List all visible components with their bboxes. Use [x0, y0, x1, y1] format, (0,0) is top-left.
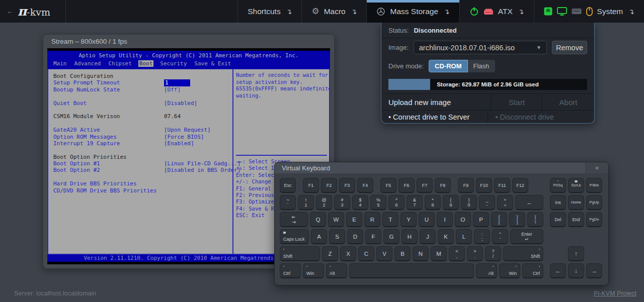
nav-item-macro[interactable]: ⚙ Macro ↴ [301, 0, 366, 23]
key-1[interactable]: !1 [298, 195, 314, 210]
key-alt-right[interactable]: Alt [476, 263, 497, 278]
key-d[interactable]: D [347, 229, 363, 244]
key-pause-break[interactable]: P/Brk [586, 178, 602, 193]
key-delete[interactable]: Del [550, 212, 566, 227]
key-p[interactable]: P [473, 212, 489, 227]
logo[interactable]: ← π -kvm [0, 0, 66, 23]
key-g[interactable]: G [383, 229, 399, 244]
key-n[interactable]: N [413, 246, 429, 261]
key-comma[interactable]: <, [449, 246, 465, 261]
key-insert[interactable]: Ins [550, 195, 566, 210]
key-backquote[interactable]: ~` [280, 195, 296, 210]
key-3[interactable]: #3 [334, 195, 350, 210]
key-f7[interactable]: F7 [417, 178, 433, 193]
mode-cdrom-button[interactable]: CD-ROM [429, 60, 467, 72]
key-arrow-up[interactable]: ↑ [568, 246, 584, 261]
remove-button[interactable]: Remove [552, 41, 587, 54]
start-button[interactable]: Start [491, 94, 542, 110]
connect-drive-button[interactable]: • Connect drive to Server [381, 111, 488, 123]
key-6[interactable]: ^6 [388, 195, 405, 210]
key-z[interactable]: Z [322, 246, 338, 261]
disconnect-drive-button[interactable]: • Disconnect drive [488, 111, 594, 123]
key-scroll-lock[interactable]: ScrLk [568, 178, 584, 193]
key-space[interactable] [349, 263, 474, 278]
key-caps-lock[interactable]: Caps Lock [280, 229, 309, 244]
key-l[interactable]: L [456, 229, 472, 244]
nav-item-system[interactable]: System ↴ [534, 0, 644, 23]
key-shift-right[interactable]: Shift [503, 246, 543, 261]
key-f8[interactable]: F8 [435, 178, 451, 193]
key-f4[interactable]: F4 [357, 178, 373, 193]
key-e[interactable]: E [346, 212, 362, 227]
key-ctrl-left[interactable]: Ctrl [280, 263, 301, 278]
key-7[interactable]: &7 [407, 195, 423, 210]
key-equal[interactable]: += [497, 195, 513, 210]
close-icon[interactable]: × [585, 162, 608, 173]
nav-item-shortcuts[interactable]: Shortcuts ↴ [237, 0, 301, 23]
key-s[interactable]: S [329, 229, 345, 244]
key-shift-left[interactable]: Shift [280, 246, 320, 261]
key-f[interactable]: F [365, 229, 381, 244]
key-arrow-left[interactable]: ← [550, 263, 566, 278]
key-x[interactable]: X [340, 246, 356, 261]
key-r[interactable]: R [364, 212, 380, 227]
key-m[interactable]: M [431, 246, 447, 261]
image-select[interactable]: archlinux-2018.07.01-i686.iso ▼ [414, 41, 547, 54]
key-page-down[interactable]: PgDn [586, 212, 602, 227]
key-minus[interactable]: _- [479, 195, 495, 210]
key-c[interactable]: C [358, 246, 374, 261]
key-f3[interactable]: F3 [339, 178, 355, 193]
key-f6[interactable]: F6 [398, 178, 415, 193]
key-f2[interactable]: F2 [321, 178, 337, 193]
key-tab[interactable]: ⇤⇥ [280, 212, 308, 227]
key-backslash[interactable]: |\ [527, 212, 543, 227]
key-4[interactable]: $4 [352, 195, 368, 210]
key-5[interactable]: %5 [370, 195, 386, 210]
key-end[interactable]: End [568, 212, 584, 227]
key-o[interactable]: O [455, 212, 471, 227]
key-bracket-left[interactable]: {[ [491, 212, 507, 227]
key-ctrl-right[interactable]: Ctrl [522, 263, 543, 278]
key-print-screen[interactable]: Pt/Sq [550, 178, 566, 193]
key-b[interactable]: B [394, 246, 411, 261]
key-j[interactable]: J [420, 229, 436, 244]
key-a[interactable]: A [311, 229, 327, 244]
key-bracket-right[interactable]: }] [509, 212, 525, 227]
key-f5[interactable]: F5 [380, 178, 396, 193]
key-quote[interactable]: "' [492, 229, 508, 244]
key-8[interactable]: *8 [425, 195, 441, 210]
key-t[interactable]: T [382, 212, 398, 227]
key-win-left[interactable]: Win [303, 263, 324, 278]
key-w[interactable]: W [328, 212, 344, 227]
key-slash[interactable]: ?/ [485, 246, 501, 261]
nav-item-atx[interactable]: ATX ↴ [459, 0, 534, 23]
key-k[interactable]: K [438, 229, 454, 244]
abort-button[interactable]: Abort [542, 94, 594, 110]
key-f11[interactable]: F11 [494, 178, 510, 193]
back-arrow-icon[interactable]: ← [7, 8, 13, 15]
key-esc[interactable]: Esc [280, 178, 296, 193]
key-alt-left[interactable]: Alt [326, 263, 347, 278]
key-v[interactable]: V [376, 246, 392, 261]
key-f10[interactable]: F10 [476, 178, 492, 193]
nav-item-mass-storage[interactable]: Mass Storage ↴ [366, 0, 459, 23]
key-u[interactable]: U [419, 212, 435, 227]
key-2[interactable]: @2 [316, 195, 332, 210]
key-win-right[interactable]: Win [499, 263, 520, 278]
key-y[interactable]: Y [400, 212, 417, 227]
key-9[interactable]: (9 [443, 195, 459, 210]
key-home[interactable]: Home [568, 195, 584, 210]
key-arrow-down[interactable]: ↓ [568, 263, 584, 278]
key-h[interactable]: H [401, 229, 418, 244]
mode-flash-button[interactable]: Flash [468, 60, 496, 72]
key-f9[interactable]: F9 [458, 178, 474, 193]
key-0[interactable]: )0 [461, 195, 477, 210]
virtual-keyboard-titlebar[interactable]: Virtual Keyboard × [275, 162, 608, 173]
key-page-up[interactable]: PgUp [586, 195, 602, 210]
key-f12[interactable]: F12 [512, 178, 528, 193]
key-enter[interactable]: Enter↵ [510, 229, 543, 244]
key-i[interactable]: I [437, 212, 453, 227]
key-period[interactable]: >. [467, 246, 483, 261]
upload-new-image-button[interactable]: Upload new image [381, 94, 491, 110]
key-q[interactable]: Q [310, 212, 326, 227]
